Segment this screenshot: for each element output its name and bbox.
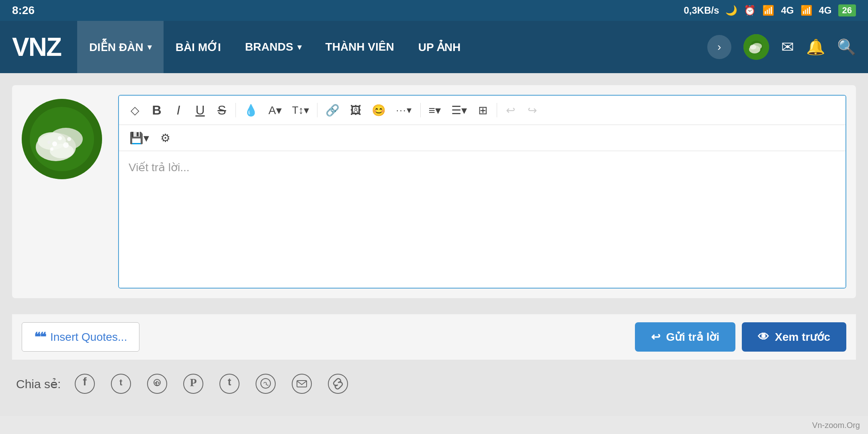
underline-button[interactable]: U [190, 100, 210, 121]
more-icon: ···▾ [396, 104, 412, 116]
user-avatar-sidebar [22, 95, 110, 289]
link-button[interactable]: 🔗 [321, 100, 344, 121]
network-4g-2: 4G [819, 5, 832, 16]
preview-button[interactable]: 👁 Xem trước [742, 322, 846, 352]
emoji-icon: 😊 [372, 104, 386, 117]
link-icon: 🔗 [326, 104, 340, 117]
editor-content[interactable]: Viết trả lời... [119, 151, 845, 288]
share-pinterest-button[interactable]: P [181, 372, 205, 396]
svg-point-31 [261, 379, 270, 388]
signal2-icon: 📶 [800, 5, 813, 16]
status-right: 0,3KB/s 🌙 ⏰ 📶 4G 📶 4G 26 [684, 4, 856, 16]
share-reddit-button[interactable]: r [145, 372, 169, 396]
image-button[interactable]: 🖼 [346, 100, 365, 121]
mail-icon[interactable]: ✉ [781, 38, 794, 56]
insert-quotes-button[interactable]: ❝❝ Insert Quotes... [22, 322, 139, 352]
settings-button[interactable]: ⚙ [156, 127, 175, 148]
table-button[interactable]: ⊞ [473, 100, 493, 121]
share-whatsapp-button[interactable] [254, 372, 278, 396]
align-button[interactable]: ≡▾ [425, 100, 445, 121]
svg-text:P: P [190, 376, 197, 389]
italic-button[interactable]: I [169, 100, 188, 121]
page-footer: Vn-zoom.Org [812, 421, 860, 430]
save-icon: 💾▾ [129, 131, 149, 145]
avatar-image [22, 99, 102, 179]
nav-item-dien-dan[interactable]: DIỄN ĐÀN ▾ [77, 21, 164, 73]
preview-label: Xem trước [775, 330, 830, 344]
send-icon: ↩ [651, 330, 660, 344]
redo-button[interactable]: ↪ [523, 100, 542, 121]
toolbar-row1: ◇ B I U S 💧 A▾ [119, 96, 845, 125]
quote-icon: ❝❝ [34, 330, 45, 344]
redo-icon: ↪ [528, 104, 537, 117]
separator1 [235, 103, 236, 117]
chevron-down-icon-brands: ▾ [297, 42, 301, 52]
logo[interactable]: VNZ [12, 32, 61, 62]
font-color-icon: A▾ [268, 104, 282, 117]
share-twitter-button[interactable]: t [109, 372, 133, 396]
font-size-button[interactable]: T↕▾ [288, 100, 313, 121]
svg-point-24 [155, 382, 156, 384]
eraser-button[interactable]: ◇ [125, 100, 145, 121]
font-size-icon: T↕▾ [292, 104, 309, 117]
status-time: 8:26 [12, 4, 35, 17]
nav-label-thanh-vien: THÀNH VIÊN [326, 41, 394, 53]
strikethrough-button[interactable]: S [212, 100, 231, 121]
editor-card: ◇ B I U S 💧 A▾ [12, 85, 856, 298]
svg-text:t: t [228, 376, 231, 388]
svg-point-32 [292, 374, 311, 393]
share-copylink-button[interactable] [326, 372, 350, 396]
signal1-icon: 📶 [762, 5, 774, 16]
share-section: Chia sẻ: f t r [12, 364, 856, 404]
nav-label-brands: BRANDS [245, 41, 293, 53]
share-tumblr-button[interactable]: t [217, 372, 242, 396]
nav-label-bai-moi: BÀI MỚI [176, 41, 221, 54]
footer-attribution: Vn-zoom.Org [812, 421, 860, 430]
emoji-button[interactable]: 😊 [368, 100, 390, 121]
color-icon: 💧 [244, 104, 258, 117]
main-content: ◇ B I U S 💧 A▾ [0, 73, 868, 416]
notification-icon[interactable]: 🔔 [806, 38, 825, 56]
share-facebook-button[interactable]: f [73, 372, 97, 396]
font-color-button[interactable]: A▾ [264, 100, 286, 121]
send-reply-button[interactable]: ↩ Gửi trả lời [635, 322, 735, 352]
more-button[interactable]: ···▾ [392, 100, 416, 121]
save-button[interactable]: 💾▾ [125, 127, 153, 148]
nav-item-thanh-vien[interactable]: THÀNH VIÊN [313, 21, 406, 73]
svg-point-25 [158, 382, 160, 384]
svg-point-15 [67, 137, 71, 141]
bold-icon: B [152, 103, 161, 118]
nav-icons: › ✉ 🔔 🔍 [707, 34, 856, 60]
color-button[interactable]: 💧 [240, 100, 262, 121]
network-speed: 0,3KB/s [684, 5, 719, 16]
list-icon: ☰▾ [451, 104, 467, 117]
undo-button[interactable]: ↩ [501, 100, 520, 121]
search-icon[interactable]: 🔍 [837, 38, 856, 56]
share-email-button[interactable] [290, 372, 314, 396]
svg-text:f: f [83, 375, 87, 388]
svg-rect-33 [297, 381, 307, 387]
svg-point-16 [47, 141, 51, 144]
insert-quotes-label: Insert Quotes... [50, 331, 127, 344]
share-label: Chia sẻ: [16, 377, 61, 391]
network-4g-1: 4G [781, 5, 794, 16]
nav-item-bai-moi[interactable]: BÀI MỚI [164, 21, 233, 73]
svg-text:t: t [120, 377, 123, 387]
nav-label-up-anh: UP ẢNH [418, 41, 461, 54]
more-nav-button[interactable]: › [707, 35, 731, 59]
user-avatar-nav[interactable] [743, 34, 769, 60]
bold-button[interactable]: B [147, 100, 166, 121]
list-button[interactable]: ☰▾ [447, 100, 471, 121]
separator2 [317, 103, 317, 117]
image-icon: 🖼 [350, 104, 361, 117]
svg-point-11 [52, 141, 57, 146]
status-bar: 8:26 0,3KB/s 🌙 ⏰ 📶 4G 📶 4G 26 [0, 0, 868, 21]
nav-item-up-anh[interactable]: UP ẢNH [406, 21, 473, 73]
chevron-down-icon-dien-dan: ▾ [147, 42, 151, 52]
svg-point-4 [750, 45, 756, 49]
editor-footer: ❝❝ Insert Quotes... ↩ Gửi trả lời 👁 Xem … [12, 314, 856, 360]
send-reply-label: Gửi trả lời [666, 330, 719, 344]
nav-item-brands[interactable]: BRANDS ▾ [233, 21, 313, 73]
svg-point-30 [256, 374, 275, 393]
svg-point-10 [50, 144, 74, 158]
